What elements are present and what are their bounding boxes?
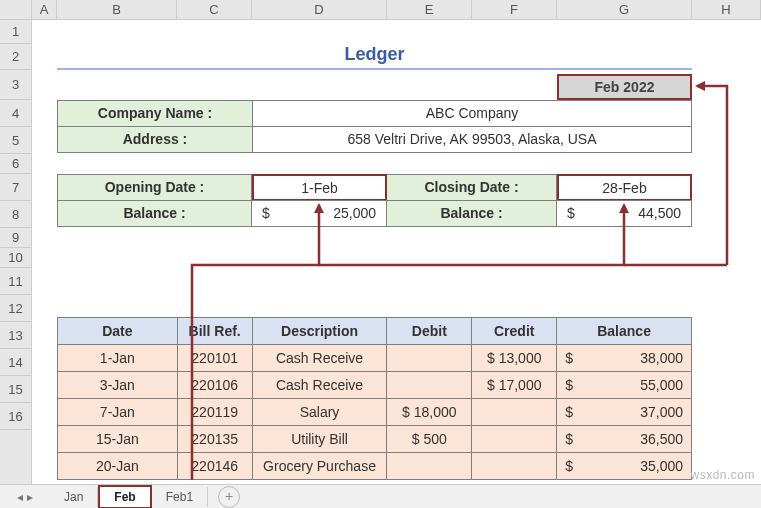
- table-row[interactable]: 3-Jan220106Cash Receive$ 17,000$55,000: [58, 372, 692, 399]
- hdr-credit[interactable]: Credit: [472, 318, 557, 345]
- closing-balance-label: Balance :: [387, 200, 557, 227]
- row-7[interactable]: 7: [0, 174, 31, 201]
- col-C[interactable]: C: [177, 0, 252, 19]
- company-name-value[interactable]: ABC Company: [252, 100, 692, 127]
- cell-credit[interactable]: [472, 426, 557, 453]
- cell-bill[interactable]: 220101: [177, 345, 252, 372]
- col-B[interactable]: B: [57, 0, 177, 19]
- row-11[interactable]: 11: [0, 268, 31, 295]
- address-value[interactable]: 658 Veltri Drive, AK 99503, Alaska, USA: [252, 126, 692, 153]
- cell-bill[interactable]: 220146: [177, 453, 252, 480]
- row-1[interactable]: 1: [0, 20, 31, 44]
- col-H[interactable]: H: [692, 0, 761, 19]
- currency-symbol: $: [567, 201, 575, 226]
- column-headers: A B C D E F G H: [0, 0, 761, 20]
- company-name-label: Company Name :: [57, 100, 252, 127]
- cell-credit[interactable]: $ 13,000: [472, 345, 557, 372]
- cell-desc[interactable]: Salary: [252, 399, 387, 426]
- cell-debit[interactable]: [387, 453, 472, 480]
- cell-credit[interactable]: [472, 399, 557, 426]
- table-header-row: Date Bill Ref. Description Debit Credit …: [58, 318, 692, 345]
- closing-date-value[interactable]: 28-Feb: [557, 174, 692, 201]
- cell-desc[interactable]: Grocery Purchase: [252, 453, 387, 480]
- opening-date-label: Opening Date :: [57, 174, 252, 201]
- row-12[interactable]: 12: [0, 295, 31, 322]
- cell-balance[interactable]: $38,000: [557, 345, 692, 372]
- opening-date-value[interactable]: 1-Feb: [252, 174, 387, 201]
- svg-marker-2: [695, 81, 705, 91]
- new-sheet-button[interactable]: +: [218, 486, 240, 508]
- col-A[interactable]: A: [32, 0, 57, 19]
- row-headers: 1 2 3 4 5 6 7 8 9 10 11 12 13 14 15 16: [0, 20, 32, 484]
- row-14[interactable]: 14: [0, 349, 31, 376]
- table-row[interactable]: 20-Jan220146Grocery Purchase$35,000: [58, 453, 692, 480]
- cell-credit[interactable]: [472, 453, 557, 480]
- cell-balance[interactable]: $35,000: [557, 453, 692, 480]
- tab-nav-buttons[interactable]: ◂ ▸: [0, 490, 50, 504]
- currency-symbol: $: [262, 201, 270, 226]
- closing-balance-value[interactable]: $ 44,500: [557, 200, 692, 227]
- row-6[interactable]: 6: [0, 154, 31, 174]
- row-13[interactable]: 13: [0, 322, 31, 349]
- table-row[interactable]: 15-Jan220135Utility Bill$ 500$36,500: [58, 426, 692, 453]
- hdr-debit[interactable]: Debit: [387, 318, 472, 345]
- row-8[interactable]: 8: [0, 201, 31, 228]
- col-G[interactable]: G: [557, 0, 692, 19]
- ledger-title: Ledger: [57, 44, 692, 70]
- row-9[interactable]: 9: [0, 228, 31, 248]
- cell-balance[interactable]: $36,500: [557, 426, 692, 453]
- select-all-corner[interactable]: [0, 0, 32, 19]
- cell-debit[interactable]: [387, 345, 472, 372]
- tab-jan[interactable]: Jan: [50, 487, 98, 507]
- row-10[interactable]: 10: [0, 248, 31, 268]
- cell-date[interactable]: 20-Jan: [58, 453, 178, 480]
- cell-debit[interactable]: [387, 372, 472, 399]
- row-4[interactable]: 4: [0, 100, 31, 127]
- col-E[interactable]: E: [387, 0, 472, 19]
- row-2[interactable]: 2: [0, 44, 31, 70]
- cell-desc[interactable]: Cash Receive: [252, 372, 387, 399]
- cell-debit[interactable]: $ 500: [387, 426, 472, 453]
- hdr-bill[interactable]: Bill Ref.: [177, 318, 252, 345]
- cell-bill[interactable]: 220106: [177, 372, 252, 399]
- address-label: Address :: [57, 126, 252, 153]
- hdr-date[interactable]: Date: [58, 318, 178, 345]
- cell-balance[interactable]: $37,000: [557, 399, 692, 426]
- table-row[interactable]: 7-Jan220119Salary$ 18,000$37,000: [58, 399, 692, 426]
- hdr-balance[interactable]: Balance: [557, 318, 692, 345]
- row-16[interactable]: 16: [0, 403, 31, 430]
- table-row[interactable]: 1-Jan220101Cash Receive$ 13,000$38,000: [58, 345, 692, 372]
- cell-date[interactable]: 1-Jan: [58, 345, 178, 372]
- tab-feb1[interactable]: Feb1: [152, 487, 208, 507]
- row-3[interactable]: 3: [0, 70, 31, 100]
- period-badge[interactable]: Feb 2022: [557, 74, 692, 100]
- cell-balance[interactable]: $55,000: [557, 372, 692, 399]
- row-5[interactable]: 5: [0, 127, 31, 154]
- row-15[interactable]: 15: [0, 376, 31, 403]
- worksheet[interactable]: Ledger Feb 2022 Company Name : ABC Compa…: [32, 20, 761, 484]
- col-F[interactable]: F: [472, 0, 557, 19]
- col-D[interactable]: D: [252, 0, 387, 19]
- cell-bill[interactable]: 220119: [177, 399, 252, 426]
- cell-credit[interactable]: $ 17,000: [472, 372, 557, 399]
- opening-balance-number: 25,000: [333, 201, 376, 226]
- cell-date[interactable]: 7-Jan: [58, 399, 178, 426]
- cell-date[interactable]: 15-Jan: [58, 426, 178, 453]
- cell-date[interactable]: 3-Jan: [58, 372, 178, 399]
- cell-bill[interactable]: 220135: [177, 426, 252, 453]
- cell-desc[interactable]: Utility Bill: [252, 426, 387, 453]
- opening-balance-value[interactable]: $ 25,000: [252, 200, 387, 227]
- hdr-desc[interactable]: Description: [252, 318, 387, 345]
- cell-desc[interactable]: Cash Receive: [252, 345, 387, 372]
- ledger-table: Date Bill Ref. Description Debit Credit …: [57, 317, 692, 480]
- cell-debit[interactable]: $ 18,000: [387, 399, 472, 426]
- closing-balance-number: 44,500: [638, 201, 681, 226]
- sheet-tab-bar: ◂ ▸ Jan Feb Feb1 +: [0, 484, 761, 508]
- opening-balance-label: Balance :: [57, 200, 252, 227]
- closing-date-label: Closing Date :: [387, 174, 557, 201]
- tab-feb[interactable]: Feb: [98, 485, 151, 509]
- watermark: wsxdn.com: [690, 468, 755, 482]
